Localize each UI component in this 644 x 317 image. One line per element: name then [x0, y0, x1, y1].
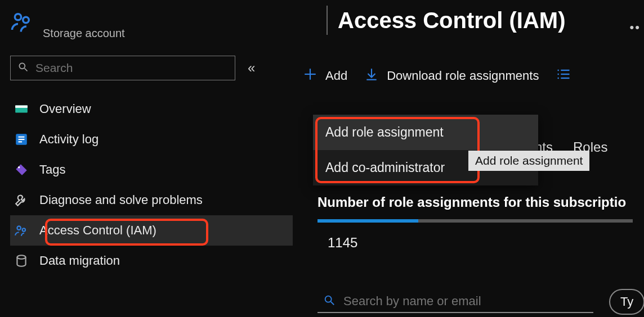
database-icon	[12, 253, 30, 268]
download-role-assignments-button[interactable]: Download role assignments	[364, 67, 539, 85]
progress-track	[317, 219, 633, 223]
sidebar-search[interactable]	[10, 56, 235, 80]
tooltip: Add role assignment	[468, 151, 589, 171]
people-small-icon	[12, 223, 30, 238]
filter-search-input[interactable]	[343, 294, 588, 309]
sidebar-item-label: Overview	[39, 102, 91, 116]
title-separator	[327, 6, 328, 35]
svg-point-13	[17, 255, 25, 259]
more-icon[interactable]: ••	[630, 20, 641, 35]
dropdown-add-role-assignment[interactable]: Add role assignment	[313, 115, 538, 150]
svg-rect-9	[19, 141, 23, 142]
svg-line-25	[331, 302, 334, 305]
stats-value: 1145	[328, 235, 633, 251]
activity-log-icon	[12, 132, 30, 147]
search-icon	[17, 61, 35, 75]
add-label: Add	[325, 69, 347, 83]
tags-icon	[12, 162, 30, 177]
sidebar-item-label: Diagnose and solve problems	[39, 193, 203, 207]
svg-rect-8	[19, 139, 25, 140]
sidebar-nav: Overview Activity log Tags Diagnose and …	[10, 94, 293, 276]
title-bar: Access Control (IAM)	[327, 6, 644, 35]
page-title: Access Control (IAM)	[338, 8, 566, 33]
svg-rect-5	[15, 106, 28, 108]
svg-point-1	[23, 17, 29, 23]
resource-type-label: Storage account	[43, 27, 125, 40]
add-button[interactable]: Add	[303, 67, 347, 85]
collapse-sidebar-icon[interactable]: «	[248, 60, 252, 76]
toolbar: Add Download role assignments	[303, 66, 644, 85]
main-content: Access Control (IAM) •• Add Download rol…	[293, 0, 644, 317]
resource-header: Storage account	[10, 10, 293, 40]
overview-icon	[12, 102, 30, 116]
search-icon	[323, 294, 343, 309]
sidebar-item-diagnose[interactable]: Diagnose and solve problems	[10, 185, 293, 215]
filter-search[interactable]	[317, 291, 593, 313]
svg-point-2	[19, 63, 25, 69]
svg-point-12	[23, 228, 25, 231]
add-dropdown: Add role assignment Add co-administrator	[313, 115, 538, 185]
svg-rect-7	[19, 137, 25, 138]
sidebar-item-access-control[interactable]: Access Control (IAM)	[10, 215, 293, 246]
svg-point-11	[17, 226, 21, 230]
wrench-icon	[12, 193, 30, 207]
svg-point-0	[15, 14, 21, 20]
progress-fill	[317, 219, 418, 223]
sidebar-item-activity-log[interactable]: Activity log	[10, 124, 293, 155]
sidebar: Storage account « Overview	[0, 0, 293, 317]
sidebar-item-data-migration[interactable]: Data migration	[10, 246, 293, 276]
filter-row: Ty	[317, 289, 644, 315]
type-filter-button[interactable]: Ty	[609, 289, 644, 315]
sidebar-item-overview[interactable]: Overview	[10, 94, 293, 124]
svg-point-10	[18, 166, 20, 168]
sidebar-item-tags[interactable]: Tags	[10, 155, 293, 185]
download-label: Download role assignments	[387, 69, 539, 83]
sidebar-item-label: Activity log	[39, 132, 99, 147]
plus-icon	[303, 67, 317, 85]
list-icon[interactable]	[556, 66, 571, 85]
sidebar-item-label: Data migration	[39, 253, 120, 268]
stats-block: Number of role assignments for this subs…	[317, 194, 633, 251]
svg-line-3	[25, 69, 28, 71]
svg-point-24	[325, 296, 332, 302]
people-icon	[10, 10, 34, 36]
sidebar-item-label: Tags	[39, 162, 65, 177]
download-icon	[364, 67, 379, 85]
stats-label: Number of role assignments for this subs…	[317, 194, 633, 210]
sidebar-search-input[interactable]	[35, 61, 228, 75]
